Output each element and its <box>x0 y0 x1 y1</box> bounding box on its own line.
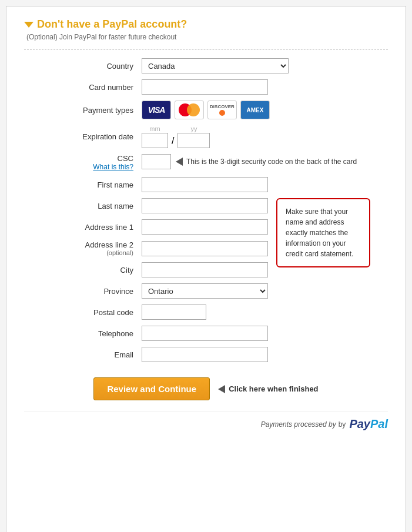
card-number-row: Card number <box>24 79 388 95</box>
province-label: Province <box>24 287 142 296</box>
csc-hint: This is the 3-digit security code on the… <box>176 158 357 166</box>
expiration-inputs: mm / yy <box>142 125 210 148</box>
mastercard-icon <box>175 101 204 119</box>
card-number-input[interactable] <box>142 79 268 95</box>
header-section: Don't have a PayPal account? (Optional) … <box>24 18 388 41</box>
telephone-input[interactable] <box>142 326 268 341</box>
address2-label: Address line 2 <box>24 240 133 249</box>
discover-icon: DISCOVER <box>207 101 237 119</box>
visa-icon: VISA <box>142 101 171 119</box>
first-name-row: First name <box>24 177 388 192</box>
postal-row: Postal code <box>24 305 388 320</box>
csc-input-row: This is the 3-digit security code on the… <box>142 154 357 169</box>
email-label: Email <box>24 350 142 359</box>
csc-row: CSC What is this? This is the 3-digit se… <box>24 154 388 171</box>
header-subtitle: (Optional) Join PayPal for faster future… <box>26 33 388 41</box>
csc-input[interactable] <box>142 154 171 169</box>
divider <box>24 49 388 50</box>
exp-separator: / <box>172 136 174 146</box>
expiration-label: Expiration date <box>24 132 142 141</box>
address1-row: Address line 1 <box>24 219 388 235</box>
telephone-row: Telephone <box>24 326 388 341</box>
expiration-mm-input[interactable] <box>142 133 168 148</box>
country-row: Country Canada United States United King… <box>24 58 388 73</box>
by-text: by <box>339 420 346 429</box>
mc-circle-right <box>187 103 200 116</box>
email-row: Email <box>24 347 388 362</box>
address2-label-col: Address line 2 (optional) <box>24 240 142 256</box>
payment-types-row: Payment types VISA DISCOVER AMEX <box>24 101 388 119</box>
address2-input[interactable] <box>142 241 268 256</box>
address1-label: Address line 1 <box>24 223 142 232</box>
header-title-text: Don't have a PayPal account? <box>37 18 187 31</box>
paypal-pal-text: Pal <box>370 417 388 430</box>
province-row: Province Ontario British Columbia Albert… <box>24 283 388 299</box>
city-input[interactable] <box>142 262 268 277</box>
button-row: Review and Continue Click here when fini… <box>24 377 388 400</box>
yy-placeholder: yy <box>190 125 197 132</box>
first-name-label: First name <box>24 180 142 189</box>
email-input[interactable] <box>142 347 268 362</box>
click-hint-text: Click here when finished <box>229 384 318 393</box>
postal-input[interactable] <box>142 305 206 320</box>
csc-arrow-icon <box>176 158 183 166</box>
address1-input[interactable] <box>142 219 268 235</box>
csc-hint-text: This is the 3-digit security code on the… <box>186 158 357 166</box>
card-number-label: Card number <box>24 83 142 92</box>
country-label: Country <box>24 62 142 71</box>
btn-arrow-icon <box>218 385 225 393</box>
province-select[interactable]: Ontario British Columbia Alberta Quebec <box>142 283 268 299</box>
postal-label: Postal code <box>24 308 142 317</box>
mm-placeholder: mm <box>149 125 160 132</box>
csc-label-col: CSC What is this? <box>24 154 142 171</box>
form-section: Country Canada United States United King… <box>24 58 388 368</box>
expiration-row: Expiration date mm / yy <box>24 125 388 148</box>
csc-label: CSC <box>118 154 133 163</box>
main-card: Don't have a PayPal account? (Optional) … <box>6 6 406 532</box>
expiration-yy-input[interactable] <box>177 133 210 148</box>
header-title: Don't have a PayPal account? <box>24 18 388 31</box>
first-name-input[interactable] <box>142 177 268 192</box>
address2-row: Address line 2 (optional) <box>24 240 388 256</box>
paypal-logo: PayPal <box>349 417 388 431</box>
address2-optional: (optional) <box>24 249 133 256</box>
last-name-label: Last name <box>24 202 142 210</box>
button-hint: Click here when finished <box>218 384 318 393</box>
payment-types-label: Payment types <box>24 106 142 115</box>
review-continue-button[interactable]: Review and Continue <box>93 377 210 400</box>
last-name-input[interactable] <box>142 198 268 213</box>
city-row: City <box>24 262 388 277</box>
payments-processed-label: Payments processed by <box>261 420 336 429</box>
paypal-pay-text: Pay <box>349 417 370 430</box>
amex-icon: AMEX <box>240 101 270 119</box>
payment-icons: VISA DISCOVER AMEX <box>142 101 270 119</box>
footer-row: Payments processed by by PayPal <box>24 411 388 431</box>
last-name-row: Last name Make sure that your name and a… <box>24 198 388 213</box>
country-select[interactable]: Canada United States United Kingdom <box>142 58 289 73</box>
city-label: City <box>24 266 142 275</box>
triangle-icon <box>24 22 34 28</box>
telephone-label: Telephone <box>24 329 142 338</box>
what-is-this-link[interactable]: What is this? <box>93 163 133 171</box>
